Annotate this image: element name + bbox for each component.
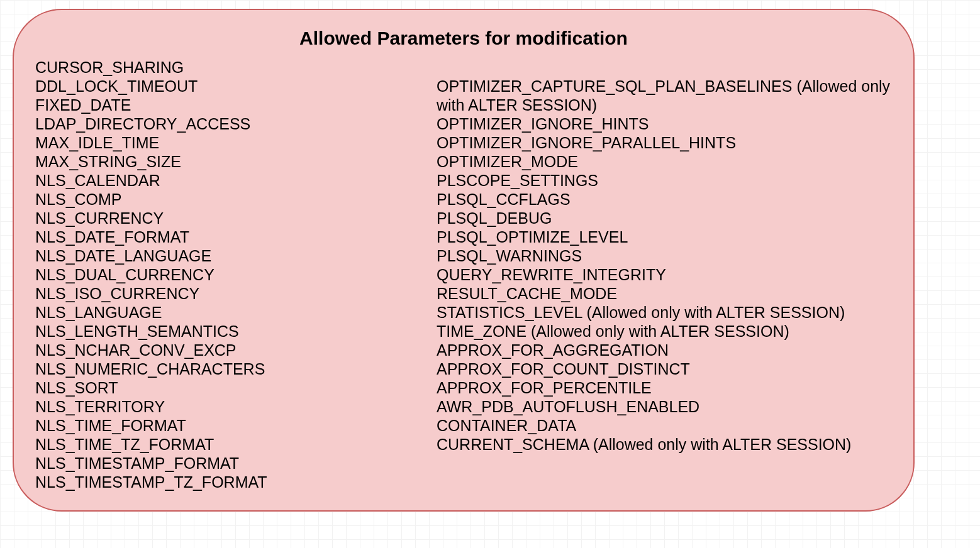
param-item: FIXED_DATE	[35, 96, 437, 114]
param-item: NLS_TERRITORY	[35, 397, 437, 416]
param-item: STATISTICS_LEVEL (Allowed only with ALTE…	[437, 303, 893, 322]
param-item: NLS_TIMESTAMP_FORMAT	[35, 454, 437, 473]
param-item: NLS_DUAL_CURRENCY	[35, 265, 437, 284]
param-item: PLSCOPE_SETTINGS	[437, 171, 893, 190]
param-item: PLSQL_WARNINGS	[437, 246, 893, 265]
param-item: NLS_SORT	[35, 378, 437, 397]
parameters-panel: Allowed Parameters for modification CURS…	[13, 9, 915, 512]
param-item: OPTIMIZER_CAPTURE_SQL_PLAN_BASELINES (Al…	[437, 77, 893, 114]
param-item: NLS_TIMESTAMP_TZ_FORMAT	[35, 473, 437, 491]
param-item: AWR_PDB_AUTOFLUSH_ENABLED	[437, 397, 893, 416]
param-item: PLSQL_DEBUG	[437, 209, 893, 227]
param-item: PLSQL_OPTIMIZE_LEVEL	[437, 227, 893, 246]
param-item: NLS_DATE_FORMAT	[35, 227, 437, 246]
param-item: NLS_DATE_LANGUAGE	[35, 246, 437, 265]
param-item: NLS_NCHAR_CONV_EXCP	[35, 341, 437, 359]
param-item: MAX_IDLE_TIME	[35, 133, 437, 152]
param-item: TIME_ZONE (Allowed only with ALTER SESSI…	[437, 322, 893, 341]
param-item: OPTIMIZER_IGNORE_PARALLEL_HINTS	[437, 133, 893, 152]
param-item: NLS_LANGUAGE	[35, 303, 437, 322]
param-item: LDAP_DIRECTORY_ACCESS	[35, 114, 437, 133]
param-item: NLS_TIME_TZ_FORMAT	[35, 435, 437, 454]
left-column: CURSOR_SHARINGDDL_LOCK_TIMEOUTFIXED_DATE…	[34, 58, 437, 491]
param-item: APPROX_FOR_AGGREGATION	[437, 341, 893, 359]
param-item: MAX_STRING_SIZE	[35, 152, 437, 171]
param-item: APPROX_FOR_COUNT_DISTINCT	[437, 359, 893, 378]
param-item: CONTAINER_DATA	[437, 416, 893, 435]
param-item: OPTIMIZER_MODE	[437, 152, 893, 171]
param-item: NLS_ISO_CURRENCY	[35, 284, 437, 303]
param-item: NLS_CALENDAR	[35, 171, 437, 190]
param-item: DDL_LOCK_TIMEOUT	[35, 77, 437, 96]
param-item: OPTIMIZER_IGNORE_HINTS	[437, 114, 893, 133]
param-item: RESULT_CACHE_MODE	[437, 284, 893, 303]
param-item: APPROX_FOR_PERCENTILE	[437, 378, 893, 397]
right-column: OPTIMIZER_CAPTURE_SQL_PLAN_BASELINES (Al…	[437, 58, 893, 491]
param-item: NLS_LENGTH_SEMANTICS	[35, 322, 437, 341]
param-item: NLS_COMP	[35, 190, 437, 209]
param-item: NLS_TIME_FORMAT	[35, 416, 437, 435]
param-item: QUERY_REWRITE_INTEGRITY	[437, 265, 893, 284]
param-item: PLSQL_CCFLAGS	[437, 190, 893, 209]
columns-wrapper: CURSOR_SHARINGDDL_LOCK_TIMEOUTFIXED_DATE…	[34, 58, 893, 491]
param-item: CURRENT_SCHEMA (Allowed only with ALTER …	[437, 435, 893, 454]
param-item: CURSOR_SHARING	[35, 58, 437, 77]
param-item: NLS_NUMERIC_CHARACTERS	[35, 359, 437, 378]
panel-title: Allowed Parameters for modification	[34, 28, 893, 49]
param-item: NLS_CURRENCY	[35, 209, 437, 227]
